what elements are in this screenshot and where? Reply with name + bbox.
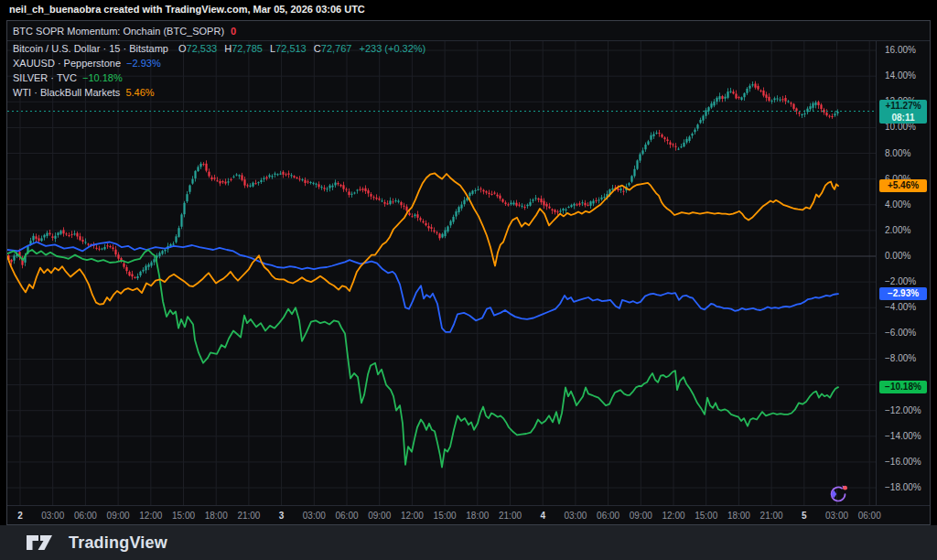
legend-row-btc: Bitcoin / U.S. Dollar · 15 · Bitstamp O7… — [13, 41, 425, 56]
time-tick: 18:00 — [205, 511, 228, 521]
ohlc-close-value: 72,767 — [321, 43, 352, 54]
time-tick: 21:00 — [237, 511, 260, 521]
price-badge: +11.27%08:11 — [879, 100, 927, 124]
time-tick: 06:00 — [74, 511, 97, 521]
price-axis-label: 0.00% — [885, 251, 910, 262]
tradingview-brand-text[interactable]: TradingView — [69, 533, 167, 553]
time-tick-day: 3 — [279, 511, 285, 521]
time-axis[interactable]: 203:0006:0009:0012:0015:0018:0021:00303:… — [7, 505, 930, 525]
sopr-legend-title[interactable]: BTC SOPR Momentum: Onchain (BTC_SOPR) — [13, 26, 224, 37]
time-tick: 03:00 — [41, 511, 64, 521]
price-badge: −10.18% — [879, 381, 927, 393]
time-tick-day: 2 — [17, 511, 23, 521]
time-tick: 09:00 — [630, 511, 652, 521]
tradingview-chart-screenshot: neil_ch_buenaobra created with TradingVi… — [0, 0, 937, 560]
legend-row-wti: WTI · BlackBull Markets 5.46% — [13, 85, 425, 100]
time-tick: 15:00 — [695, 511, 717, 521]
time-tick: 06:00 — [597, 511, 619, 521]
time-tick: 21:00 — [499, 511, 522, 521]
price-axis-label: 16.00% — [885, 45, 916, 56]
time-tick: 21:00 — [760, 511, 783, 521]
ohlc-open-label: O — [178, 43, 187, 54]
price-axis-label: −2.00% — [885, 276, 916, 287]
time-tick: 18:00 — [727, 511, 750, 521]
ohlc-high-value: 72,785 — [232, 43, 263, 54]
main-chart-pane[interactable]: Bitcoin / U.S. Dollar · 15 · Bitstamp O7… — [7, 41, 930, 505]
tradingview-logo-icon[interactable] — [26, 533, 60, 553]
time-tick: 09:00 — [107, 511, 130, 521]
price-axis[interactable]: 16.00%14.00%12.00%10.00%8.00%6.00%4.00%2… — [876, 41, 931, 505]
price-axis-label: −12.00% — [885, 405, 921, 416]
ohlc-open-value: 72,533 — [187, 43, 218, 54]
series-line-wti — [7, 173, 838, 304]
price-axis-label: −8.00% — [885, 353, 916, 364]
compare-symbol-title[interactable]: WTI · BlackBull Markets — [13, 87, 120, 98]
price-axis-label: −18.00% — [885, 482, 921, 493]
time-tick: 03:00 — [564, 511, 587, 521]
price-axis-label: 8.00% — [885, 148, 910, 159]
compare-symbol-title[interactable]: XAUUSD · Pepperstone — [13, 58, 121, 69]
bar-countdown: 08:11 — [879, 113, 927, 124]
time-tick: 12:00 — [662, 511, 684, 521]
time-tick: 03:00 — [303, 511, 326, 521]
chart-legend: Bitcoin / U.S. Dollar · 15 · Bitstamp O7… — [13, 41, 425, 100]
compare-symbol-title[interactable]: SILVER · TVC — [13, 72, 77, 83]
series-line-silver — [7, 250, 838, 468]
time-tick-day: 5 — [802, 511, 807, 521]
compare-symbol-value: −2.93% — [126, 58, 161, 69]
time-tick: 12:00 — [401, 511, 424, 521]
time-tick-day: 4 — [540, 511, 545, 521]
time-tick: 18:00 — [466, 511, 489, 521]
refresh-data-icon[interactable] — [825, 481, 851, 507]
price-chart-plot[interactable] — [7, 41, 876, 505]
symbol-change: +233 (+0.32%) — [359, 43, 425, 54]
price-axis-label: −16.00% — [885, 457, 921, 468]
time-tick: 12:00 — [139, 511, 162, 521]
time-tick: 06:00 — [858, 511, 881, 521]
price-axis-label: 14.00% — [885, 70, 916, 81]
price-badge: +5.46% — [879, 179, 927, 192]
price-axis-label: −6.00% — [885, 328, 916, 339]
ohlc-close-label: C — [314, 43, 321, 54]
footer-bar: TradingView — [0, 525, 937, 560]
attribution-text: neil_ch_buenaobra created with TradingVi… — [9, 4, 365, 15]
compare-symbol-value: −10.18% — [82, 72, 123, 83]
ohlc-low-value: 72,513 — [275, 43, 307, 54]
sopr-value: 0 — [231, 26, 236, 37]
time-tick: 09:00 — [368, 511, 391, 521]
indicator-pane-sopr: BTC SOPR Momentum: Onchain (BTC_SOPR) 0 — [7, 21, 930, 41]
price-badge: −2.93% — [879, 287, 927, 300]
time-tick: 15:00 — [434, 511, 457, 521]
price-axis-label: 10.00% — [885, 122, 916, 133]
price-axis-label: 4.00% — [885, 199, 910, 210]
time-tick: 15:00 — [172, 511, 195, 521]
chart-frame: BTC SOPR Momentum: Onchain (BTC_SOPR) 0 … — [7, 21, 930, 524]
symbol-title[interactable]: Bitcoin / U.S. Dollar · 15 · Bitstamp — [13, 43, 168, 54]
compare-symbol-value: 5.46% — [125, 87, 154, 98]
price-axis-label: −4.00% — [885, 302, 916, 313]
time-tick: 06:00 — [335, 511, 358, 521]
price-axis-label: 2.00% — [885, 225, 910, 236]
legend-row-silver: SILVER · TVC −10.18% — [13, 70, 425, 85]
time-tick: 03:00 — [825, 511, 848, 521]
series-line-xauusd — [7, 242, 838, 332]
price-axis-label: −14.00% — [885, 431, 921, 442]
legend-row-xauusd: XAUUSD · Pepperstone −2.93% — [13, 56, 425, 70]
